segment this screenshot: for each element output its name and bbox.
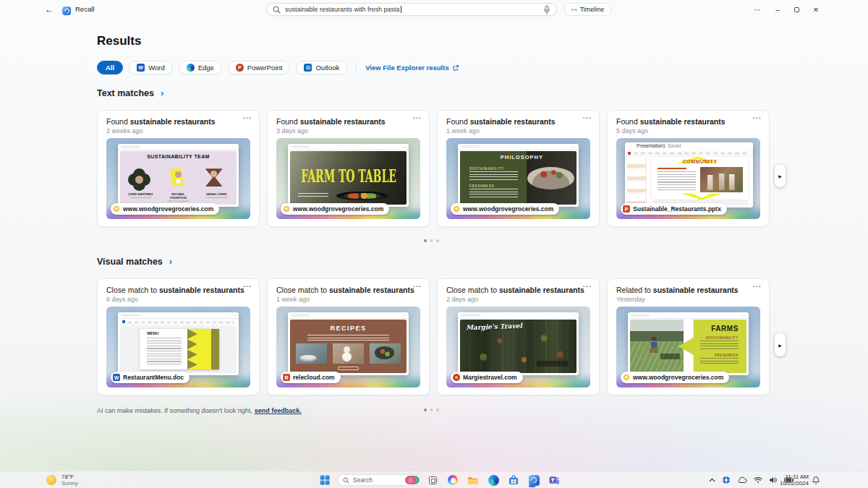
card-more-button[interactable]: ⋯ [752,113,762,123]
filter-label: All [106,64,114,72]
window-maximize-button[interactable] [787,0,806,19]
result-card[interactable]: Close match to sustainable restaurants ⋯… [437,278,600,395]
section-text-matches[interactable]: Text matches › [97,88,163,98]
start-button[interactable] [319,474,331,486]
carousel-dots[interactable] [424,239,439,242]
carousel-next-button[interactable]: ▶ [775,164,786,187]
team-names: JORDI MARTINEZ MICHAEL THOMPSON SARAH JO… [122,192,236,202]
teams-button[interactable] [548,474,560,486]
result-card[interactable]: Found sustainable restaurants ⋯ 1 week a… [437,110,600,227]
copilot-button[interactable] [447,474,459,486]
weather-condition: Sunny [61,480,78,487]
card-thumbnail[interactable]: Presentation1Saved COMMUNITY Sustainable… [616,138,760,219]
active-app-indicator [529,485,535,487]
decor-flower-photo [135,176,143,184]
card-more-button[interactable]: ⋯ [242,281,252,291]
text-caret [401,6,401,13]
task-view-button[interactable] [427,474,438,486]
taskbar-search-box[interactable]: Search [337,474,422,486]
carousel-next-button[interactable]: ▶ [775,333,786,356]
search-value: sustainable restaurants with fresh pasta [285,6,539,13]
source-pill[interactable]: Margiestravel.com [451,372,523,383]
window-more-button[interactable]: ⋯ [748,0,767,19]
source-url: www.woodgrovegroceries.com [633,374,723,381]
filter-word[interactable]: Word [129,61,173,74]
recall-taskbar-button[interactable] [528,474,540,486]
microphone-icon[interactable] [543,5,550,14]
back-button[interactable]: ← [45,4,54,15]
card-timestamp: 5 days ago [616,127,648,134]
source-pill[interactable]: www.woodgrovegroceries.com [281,203,389,215]
weather-sun-icon[interactable] [46,475,56,485]
result-card[interactable]: Related to sustainable restaurants ⋯ Yes… [607,278,770,395]
filter-powerpoint[interactable]: PowerPoint [228,61,291,74]
send-feedback-link[interactable]: send feedback. [255,407,302,414]
card-more-button[interactable]: ⋯ [752,281,762,291]
window-close-button[interactable]: ✕ [807,0,825,19]
card-thumbnail[interactable]: ⋯ RECIPES relecloud.com [276,307,420,388]
source-pill[interactable]: RestaurantMenu.doc [111,372,190,383]
decor-chef-photo [333,343,365,364]
search-input[interactable]: sustainable restaurants with fresh pasta [266,3,557,16]
card-timestamp: Yesterday [616,296,645,303]
edge-button[interactable] [488,474,499,486]
wifi-icon[interactable] [754,476,762,484]
result-card[interactable]: Close match to sustainable restaurants ⋯… [97,278,260,395]
mini-browser-window: ⋯ SUSTAINABILITY TEAM JORDI MARTINEZ MIC… [118,144,239,207]
tray-chevron-up-icon[interactable] [709,478,715,482]
filter-outlook[interactable]: Outlook [296,61,347,74]
result-card[interactable]: Close match to sustainable restaurants ⋯… [267,278,430,395]
decor-portrait [210,171,217,177]
filter-edge[interactable]: Edge [179,61,222,74]
timeline-button[interactable]: ‹··› Timeline [564,3,611,16]
onedrive-cloud-icon[interactable] [737,476,747,484]
decor-caption [298,193,328,198]
weather-widget[interactable]: 78°F Sunny [61,474,78,487]
clock-widget[interactable]: 11:11 AM 10/22/2024 [777,474,809,487]
mini-browser-window: ⋯ RECIPES [288,312,409,375]
external-link-icon [452,64,459,72]
card-thumbnail[interactable]: ⋯ Margie's Travel Margiestravel.com [446,307,590,388]
section-visual-matches[interactable]: Visual matches › [97,257,172,267]
card-more-button[interactable]: ⋯ [412,113,422,123]
tray-app-icon[interactable] [722,476,731,484]
section-label: Visual matches [97,257,163,267]
source-pill[interactable]: www.woodgrovegroceries.com [111,203,219,215]
card-more-button[interactable]: ⋯ [242,113,252,123]
card-thumbnail[interactable]: ⋯ FARMS SUSTAINABILITY FRESHNESS www.woo… [616,307,760,388]
mini-page: RECIPES [290,320,407,373]
thumbnail-headline: PHILOSOPHY [472,154,572,160]
file-explorer-link[interactable]: View File Explorer results [365,64,459,72]
card-more-button[interactable]: ⋯ [412,281,422,291]
file-explorer-button[interactable] [467,474,479,486]
decor-text-lines [147,338,182,364]
filter-label: Outlook [315,64,339,72]
mini-browser-toolbar: ⋯ [458,312,579,319]
result-card[interactable]: Found sustainable restaurants ⋯ 2 weeks … [97,110,260,227]
card-title: Close match to sustainable restaurants [446,286,584,294]
store-button[interactable] [508,474,519,486]
mini-browser-toolbar: ⋯ [288,144,409,150]
timeline-icon: ‹··› [571,7,576,13]
filter-all[interactable]: All [97,61,123,74]
card-thumbnail[interactable]: ⋯ FARM TO TABLE www.woodgrovegroceries.c… [276,138,420,219]
source-pill[interactable]: relecloud.com [281,372,341,383]
result-card[interactable]: Found sustainable restaurants ⋯ 3 days a… [267,110,430,227]
result-card[interactable]: Found sustainable restaurants ⋯ 5 days a… [607,110,770,227]
mini-document: MENU [140,329,219,369]
ai-disclaimer: AI can make mistakes. If something doesn… [97,407,302,414]
thumbnail-subheading: SUSTAINABILITY [705,336,738,340]
window-minimize-button[interactable]: – [768,0,787,19]
card-more-button[interactable]: ⋯ [582,113,592,123]
card-title: Found sustainable restaurants [106,117,216,126]
card-thumbnail[interactable]: ⋯ SUSTAINABILITY TEAM JORDI MARTINEZ MIC… [106,138,250,219]
card-more-button[interactable]: ⋯ [582,281,592,291]
source-pill[interactable]: www.woodgrovegroceries.com [451,203,559,215]
carousel-dots[interactable] [424,408,439,411]
decor-plate-photo [370,343,401,364]
notifications-button[interactable] [810,474,822,486]
card-thumbnail[interactable]: ⋯ PHILOSOPHY SUSTAINABILITY FRESHNESS ww… [446,138,590,219]
card-thumbnail[interactable]: ⋯ MENU RestaurantMenu.doc [106,307,250,388]
source-pill[interactable]: Sustainable_Restaurants.pptx [621,203,727,215]
source-pill[interactable]: www.woodgrovegroceries.com [621,372,729,383]
